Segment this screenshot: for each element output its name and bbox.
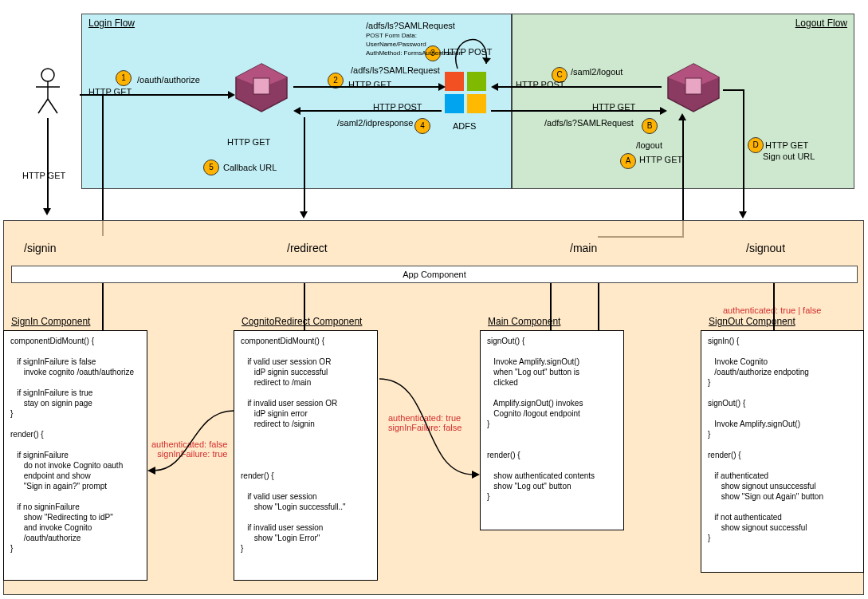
redirect-comp-title: CognitoRedirect Component (242, 316, 362, 327)
svg-rect-7 (253, 78, 269, 94)
adfs-saml-top: /adfs/ls?SAMLRequest (366, 21, 455, 30)
adfs-icon (443, 70, 488, 116)
route-redirect: /redirect (287, 242, 328, 254)
user-pass-label: UserName/Password (366, 41, 426, 48)
arrow-A-line (682, 120, 684, 236)
saml-idpresponse-label: /saml2/idpresponse (337, 118, 413, 128)
signin-comp-title: SignIn Component (11, 316, 90, 327)
svg-rect-11 (467, 94, 486, 113)
step-A: A (620, 153, 636, 169)
cognito-icon-right (662, 60, 725, 117)
conn-signout-down (773, 283, 775, 330)
svg-marker-16 (147, 467, 155, 475)
logout-flow-title: Logout Flow (795, 18, 847, 29)
login-flow-title: Login Flow (88, 18, 135, 29)
arrow-5-head (300, 211, 308, 219)
conn-main-down2 (598, 283, 599, 330)
curve-signin-redirect (147, 407, 235, 504)
actor-icon (32, 67, 64, 116)
app-component-bar: App Component (11, 266, 858, 283)
callback-url-label: Callback URL (223, 163, 277, 172)
route-signout: /signout (746, 242, 785, 254)
arrow-1-line (80, 94, 230, 96)
actor-label: HTTP GET (22, 171, 65, 180)
arrow-2-line (293, 86, 440, 88)
svg-marker-15 (482, 57, 491, 64)
step-5: 5 (203, 160, 219, 175)
http-post-C: HTTP POST (516, 80, 565, 89)
step-D: D (748, 137, 764, 153)
route-signin: /signin (24, 242, 56, 254)
signin-comp-box: componentDidMount() { if signInFailure i… (3, 330, 147, 581)
oauth-authorize-label: /oauth/authorize (137, 75, 200, 85)
arrow-C-line (498, 86, 662, 88)
http-get-D: HTTP GET (765, 140, 808, 150)
arrow-4-head (293, 107, 300, 115)
arrow-C-head (491, 83, 498, 91)
arrow-A-head (678, 113, 686, 120)
logout-label: /logout (636, 140, 662, 150)
arrow-1-head (228, 91, 235, 99)
svg-rect-10 (445, 94, 464, 113)
svg-marker-17 (472, 471, 480, 479)
signout-comp-title: SignOut Component (709, 316, 795, 327)
arrow-D-top (723, 89, 744, 91)
http-get-5: HTTP GET (227, 137, 270, 147)
conn-signin-down (102, 283, 104, 330)
conn-redirect-down (304, 283, 305, 330)
signout-comp-box: signIn() { Invoke Cognito /oauth/authori… (701, 330, 864, 573)
step-1: 1 (116, 70, 132, 86)
arrow-B-line (491, 110, 662, 112)
arrow-actor-down-head (43, 208, 51, 215)
http-get-2: HTTP GET (348, 80, 391, 89)
annot-auth-tf: authenticated: true | false (723, 305, 821, 315)
http-get-A: HTTP GET (639, 155, 682, 164)
arrow-3-loop (453, 29, 501, 75)
route-main: /main (570, 242, 597, 254)
arrow-2-head (438, 83, 446, 91)
cognito-icon-left (230, 60, 293, 117)
adfs-saml-label-2: /adfs/ls?SAMLRequest (351, 65, 440, 75)
adfs-saml-B: /adfs/ls?SAMLRequest (544, 118, 634, 128)
svg-point-0 (41, 69, 54, 81)
arrow-D-line (743, 89, 744, 213)
arrow-D-head (739, 211, 747, 219)
arrow-B-head (660, 107, 667, 115)
main-comp-box: signOut() { Invoke Amplify.signOut() whe… (480, 330, 624, 530)
step-B: B (642, 118, 658, 134)
arrow-4-line (300, 110, 442, 112)
svg-rect-14 (685, 78, 701, 94)
curve-redirect-main (378, 375, 481, 488)
signout-url-label: Sign out URL (763, 152, 815, 161)
adfs-label: ADFS (453, 121, 476, 131)
svg-line-4 (48, 99, 57, 113)
arrow-5-line (304, 117, 305, 213)
arrow-actor-down (47, 118, 49, 210)
conn-main-down (550, 283, 552, 330)
saml-logout-label: /saml2/logout (571, 67, 623, 77)
arrow-1-vert (102, 94, 104, 236)
redirect-comp-box: componentDidMount() { if valid user sess… (234, 330, 378, 581)
svg-line-3 (38, 99, 48, 113)
step-4: 4 (414, 118, 430, 134)
post-form-label: POST Form Data: (366, 32, 417, 39)
